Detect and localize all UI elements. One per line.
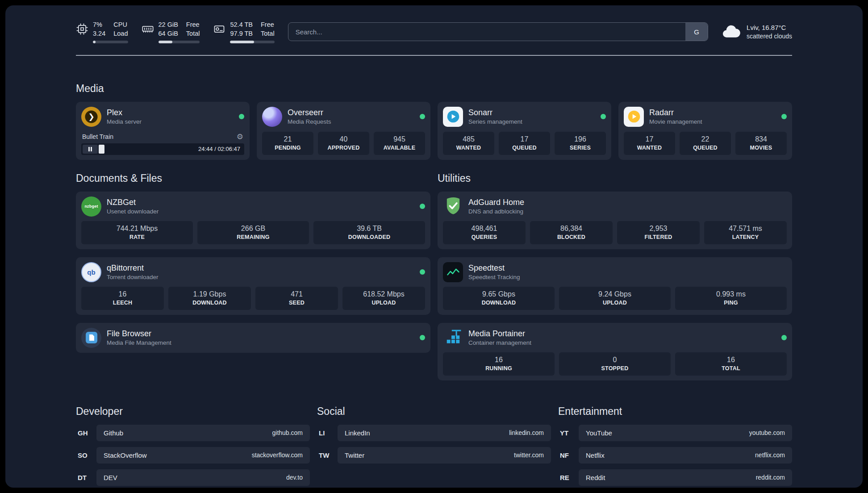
weather-condition: scattered clouds xyxy=(747,33,792,40)
plex-icon: ❯ xyxy=(81,107,101,127)
service-name: Sonarr xyxy=(468,108,522,118)
service-name: Radarr xyxy=(649,108,702,118)
bookmark-name: DEV xyxy=(104,474,117,481)
search-provider-button[interactable]: G xyxy=(685,23,708,41)
section-title-media: Media xyxy=(76,83,792,95)
stat-value: 618.52 Mbps xyxy=(344,290,423,298)
bookmark-link-linkedin[interactable]: LinkedIn linkedin.com xyxy=(338,425,551,441)
bookmark-group-entertainment: Entertainment YT YouTube youtube.com NF … xyxy=(558,405,792,486)
service-card-filebrowser[interactable]: File Browser Media File Management xyxy=(76,323,430,353)
bookmark-domain: github.com xyxy=(272,429,303,436)
seek-track[interactable] xyxy=(99,145,195,154)
status-dot xyxy=(781,114,787,119)
bookmark-link-stackoverflow[interactable]: StackOverflow stackoverflow.com xyxy=(96,447,310,464)
bookmark-abbr: GH xyxy=(76,429,96,437)
service-card-qbittorrent[interactable]: qb qBittorrent Torrent downloader 16 LEE… xyxy=(76,257,430,315)
stat-label: LEECH xyxy=(83,300,162,306)
bookmark-name: Github xyxy=(104,429,123,437)
portainer-icon xyxy=(443,328,463,348)
stat-label: AVAILABLE xyxy=(376,145,423,151)
ram-widget: 22 GiB Free 64 GiB Total xyxy=(142,21,200,43)
bookmark-abbr: YT xyxy=(558,429,579,437)
stat-tile: 39.6 TB DOWNLOADED xyxy=(313,221,425,244)
section-title-entertainment: Entertainment xyxy=(558,405,792,418)
service-card-sonarr[interactable]: Sonarr Series management 485 WANTED 17 Q… xyxy=(438,102,611,160)
stat-value: 22 xyxy=(681,135,729,143)
service-subtitle: Usenet downloader xyxy=(107,208,159,215)
search-input[interactable] xyxy=(288,23,685,41)
service-card-portainer[interactable]: Media Portainer Container management 16 … xyxy=(438,323,792,380)
stat-value: 17 xyxy=(501,135,548,143)
section-title-documents: Documents & Files xyxy=(76,172,430,184)
bookmark-abbr: NF xyxy=(558,451,579,459)
resource-widgets: 7% CPU 3.24 Load xyxy=(76,21,275,43)
service-card-speedtest[interactable]: Speedtest Speedtest Tracking 9.65 Gbps D… xyxy=(438,257,792,315)
stat-label: UPLOAD xyxy=(344,300,423,306)
stat-value: 16 xyxy=(83,290,162,298)
stat-label: APPROVED xyxy=(320,145,367,151)
bookmark-link-youtube[interactable]: YouTube youtube.com xyxy=(579,425,792,441)
stat-label: MOVIES xyxy=(737,145,785,151)
stat-label: PING xyxy=(677,300,785,306)
stat-value: 39.6 TB xyxy=(315,225,423,233)
bookmark-name: LinkedIn xyxy=(345,429,370,437)
bookmark-row: NF Netflix netflix.com xyxy=(558,447,792,464)
bookmark-link-github[interactable]: Github github.com xyxy=(96,425,310,441)
stat-tile: 471 SEED xyxy=(255,287,338,310)
stat-value: 17 xyxy=(626,135,673,143)
service-subtitle: Torrent downloader xyxy=(107,274,159,280)
status-dot xyxy=(601,114,606,119)
stat-tile: 86,384 BLOCKED xyxy=(530,221,613,244)
service-subtitle: Media server xyxy=(107,118,142,125)
service-card-overseerr[interactable]: Overseerr Media Requests 21 PENDING 40 A… xyxy=(257,102,430,160)
cpu-load: 3.24 xyxy=(93,29,105,38)
bookmark-link-reddit[interactable]: Reddit reddit.com xyxy=(579,469,792,486)
bookmark-row: SO StackOverflow stackoverflow.com xyxy=(76,447,310,464)
bookmark-link-twitter[interactable]: Twitter twitter.com xyxy=(338,447,551,464)
stat-value: 266 GB xyxy=(199,225,307,233)
pause-button[interactable] xyxy=(83,145,98,154)
stat-tile: 0 STOPPED xyxy=(559,352,671,376)
service-card-adguard[interactable]: AdGuard Home DNS and adblocking 498,461 … xyxy=(438,192,792,249)
qbittorrent-icon: qb xyxy=(81,262,101,282)
stat-tile: 2,953 FILTERED xyxy=(617,221,700,244)
bookmark-domain: linkedin.com xyxy=(509,429,544,436)
stat-tile: 16 TOTAL xyxy=(675,352,787,376)
disk-widget: 52.4 TB Free 97.9 TB Total xyxy=(213,21,274,43)
bookmark-link-dev[interactable]: DEV dev.to xyxy=(96,469,310,486)
bookmark-abbr: DT xyxy=(76,474,96,481)
header-divider xyxy=(76,55,792,56)
cpu-widget: 7% CPU 3.24 Load xyxy=(76,21,128,43)
bookmarks-area: Developer GH Github github.com SO StackO… xyxy=(76,405,792,486)
bookmark-link-netflix[interactable]: Netflix netflix.com xyxy=(579,447,792,464)
status-dot xyxy=(420,204,425,209)
qbittorrent-logo-text: qb xyxy=(87,268,95,276)
bookmark-domain: reddit.com xyxy=(756,474,785,481)
stat-tile: 834 MOVIES xyxy=(735,132,787,155)
ram-icon xyxy=(142,23,154,37)
two-column-area: Documents & Files nzbget NZBGet Usenet d… xyxy=(76,172,792,380)
bookmark-domain: twitter.com xyxy=(514,451,544,459)
plex-chevron-glyph: ❯ xyxy=(88,112,94,121)
gear-icon[interactable]: ⚙ xyxy=(237,133,243,141)
stat-tile: 21 PENDING xyxy=(262,132,313,155)
status-dot xyxy=(420,114,425,119)
stat-tile: 485 WANTED xyxy=(443,132,494,155)
stat-tile: 9.24 Gbps UPLOAD xyxy=(559,287,671,310)
stat-value: 498,461 xyxy=(445,225,524,233)
filebrowser-icon xyxy=(81,328,101,348)
service-subtitle: Media File Management xyxy=(107,339,171,346)
status-dot xyxy=(781,335,787,340)
radarr-icon xyxy=(624,107,644,127)
bookmark-row: LI LinkedIn linkedin.com xyxy=(317,425,551,441)
search-bar: G xyxy=(288,22,708,41)
top-bar: 7% CPU 3.24 Load xyxy=(76,21,792,43)
weather-location: Lviv, 16.87°C xyxy=(747,24,792,31)
service-subtitle: Series management xyxy=(468,118,522,125)
stat-tile: 266 GB REMAINING xyxy=(197,221,309,244)
service-card-plex[interactable]: ❯ Plex Media server Bullet Train ⚙ xyxy=(76,102,250,160)
cpu-icon xyxy=(76,23,88,37)
service-card-nzbget[interactable]: nzbget NZBGet Usenet downloader 744.21 M… xyxy=(76,192,430,249)
service-card-radarr[interactable]: Radarr Movie management 17 WANTED 22 QUE… xyxy=(618,102,792,160)
stat-value: 9.65 Gbps xyxy=(445,290,553,298)
